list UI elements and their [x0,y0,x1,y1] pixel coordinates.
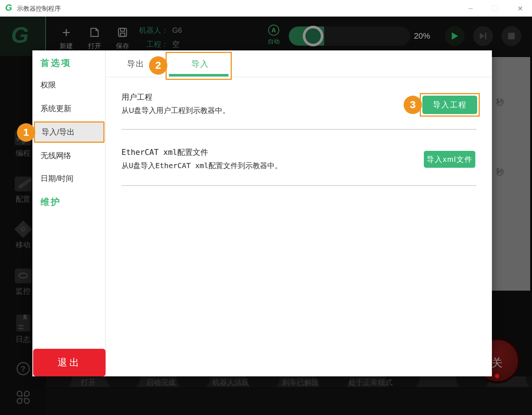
seconds-label: 秒 [496,167,504,178]
section-divider [121,129,476,130]
app-logo-icon: G [5,3,11,13]
save-project-button[interactable]: 保存 [110,25,135,50]
status-bump [526,376,532,387]
power-switch-label: 关 [492,355,503,370]
speed-slider-knob[interactable] [303,26,323,46]
monitor-icon [15,269,32,283]
new-label: 新建 [53,42,79,50]
project-label: 工程： [146,40,169,48]
stop-button[interactable] [501,26,521,46]
open-label: 打开 [82,42,107,50]
speed-value: 20% [414,31,430,41]
project-value: 空 [172,40,180,48]
open-file-icon [82,25,107,39]
step-button[interactable] [473,26,493,46]
brand-logo-icon: G [11,22,27,48]
active-tab-underline [169,74,228,77]
save-label: 保存 [110,42,135,50]
project-info: 工程：空 [146,39,180,49]
menu-item-system-update[interactable]: 系统更新 [40,103,71,114]
seconds-label: 秒 [496,97,504,108]
window-maximize-button[interactable] [486,0,503,17]
status-bar: 打开 启动完成 机器人活跃 刹车已解除 处于正常模式 [46,376,532,387]
brand-logo-cell: G [0,17,46,56]
tab-export[interactable]: 导出 [127,58,145,70]
ethercat-desc: 从U盘导入EtherCAT xml配置文件到示教器中。 [121,161,282,171]
status-bump [246,376,280,387]
annotation-box-import-project [420,93,480,117]
annotation-step-1: 1 [17,123,35,142]
user-project-desc: 从U盘导入用户工程到示教器中。 [121,106,230,116]
settings-dialog: 首选项 权限 系统更新 导入/导出 无线网络 日期/时间 维护 退出 导出 导入… [32,50,492,376]
annotation-step-3: 3 [404,96,422,114]
move-icon [14,220,32,238]
robot-value: G6 [172,26,182,34]
status-robot-active: 机器人活跃 [212,377,249,387]
user-project-title: 用户工程 [121,92,152,102]
menu-item-import-export[interactable]: 导入/导出 [34,121,104,143]
menu-item-permissions[interactable]: 权限 [40,80,56,90]
status-normal-mode: 处于正常模式 [348,377,393,387]
menu-item-date-time[interactable]: 日期/时间 [40,173,74,184]
window-close-button[interactable]: × [512,0,529,17]
teach-pendant-app: G 示教器控制程序 – × G + 新建 打开 保存 机器人：G6 [0,0,532,415]
new-project-button[interactable]: + 新建 [53,25,79,50]
exit-button[interactable]: 退出 [33,349,106,376]
robot-info: 机器人：G6 [139,25,182,35]
open-project-button[interactable]: 打开 [82,25,107,50]
robot-label: 机器人： [139,26,169,34]
sidebar-item-apps[interactable] [0,391,46,404]
auto-mode-indicator[interactable]: A 自动 [266,25,282,46]
menu-item-wireless[interactable]: 无线网络 [40,150,71,161]
status-bump [46,376,72,387]
status-brake-released: 刹车已解除 [282,377,319,387]
annotation-step-2: 2 [149,56,167,75]
save-icon [110,25,135,39]
ethercat-title: EtherCAT xml配置文件 [121,147,208,157]
main-toolbar: G + 新建 打开 保存 机器人：G6 工程：空 A 自动 [0,17,532,56]
stop-icon [508,33,515,39]
status-bump [316,376,350,387]
window-title: 示教器控制程序 [17,4,61,13]
apps-grid-icon [17,391,30,404]
menu-section-preferences: 首选项 [40,57,71,69]
bottom-band [46,387,532,415]
window-minimize-button[interactable]: – [462,0,479,17]
status-bump [176,376,210,387]
auto-mode-label: 自动 [266,38,282,46]
skip-icon [479,32,487,40]
configuration-icon [15,177,32,191]
help-icon: ? [17,362,30,375]
power-indicator-dot [495,374,499,378]
status-startup-complete: 启动完成 [146,377,175,387]
import-export-content: 导出 导入 用户工程 从U盘导入用户工程到示教器中。 导入工程 EtherCAT… [106,50,492,376]
log-icon [16,315,30,331]
play-button[interactable] [445,26,465,46]
section-divider [121,185,476,186]
status-bump [106,376,140,387]
play-icon [451,32,459,40]
window-title-bar: G 示教器控制程序 – × [0,0,532,17]
maximize-icon [492,6,498,11]
annotation-box-import-tab [166,52,232,80]
auto-mode-icon: A [268,25,279,36]
status-open: 打开 [81,377,96,387]
speed-slider[interactable] [289,26,410,46]
settings-menu: 首选项 权限 系统更新 导入/导出 无线网络 日期/时间 维护 退出 [32,50,106,376]
plus-icon: + [53,25,79,39]
menu-section-maintenance: 维护 [40,196,61,208]
import-xml-button[interactable]: 导入xml文件 [424,151,475,168]
dimmed-settings-panel: 秒 秒 [492,57,530,291]
